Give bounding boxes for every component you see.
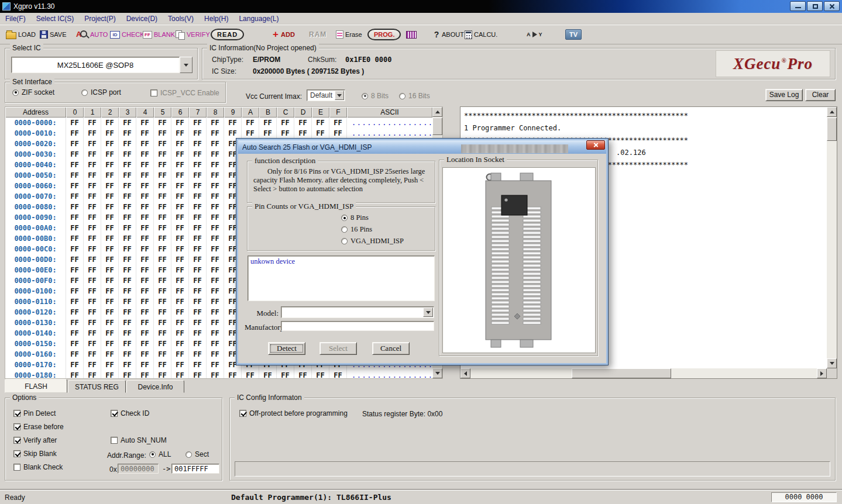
hex-byte-cell[interactable]: FF (101, 244, 119, 254)
hex-byte-cell[interactable]: FF (154, 307, 171, 317)
hex-byte-cell[interactable]: FF (66, 181, 84, 191)
hex-byte-cell[interactable]: FF (171, 296, 189, 307)
toolbar-chip-button[interactable] (406, 27, 417, 42)
hex-byte-cell[interactable]: FF (66, 233, 84, 244)
scroll-up-button[interactable] (827, 107, 837, 117)
hex-byte-cell[interactable]: FF (119, 265, 136, 275)
hex-byte-cell[interactable]: FF (119, 317, 136, 328)
hex-byte-cell[interactable]: FF (154, 233, 171, 244)
hex-byte-cell[interactable]: FF (207, 212, 224, 223)
hex-byte-cell[interactable]: FF (119, 181, 136, 191)
hex-byte-cell[interactable]: FF (84, 149, 101, 160)
hex-byte-cell[interactable]: FF (171, 202, 189, 212)
hex-byte-cell[interactable]: FF (189, 160, 207, 170)
cancel-button[interactable]: Cancel (372, 342, 410, 355)
hex-byte-cell[interactable]: FF (294, 128, 312, 139)
addr-to-field[interactable]: 001FFFFF (171, 464, 219, 474)
hex-byte-cell[interactable]: FF (66, 265, 84, 275)
hex-byte-cell[interactable]: FF (207, 191, 224, 202)
hex-byte-cell[interactable]: FF (66, 191, 84, 202)
hex-byte-cell[interactable]: FF (171, 160, 189, 170)
hex-byte-cell[interactable]: FF (84, 118, 101, 128)
hex-byte-cell[interactable]: FF (154, 128, 171, 139)
hex-byte-cell[interactable]: FF (119, 275, 136, 286)
vcc-dropdown-button[interactable] (335, 91, 344, 100)
scrollbar-thumb[interactable] (432, 118, 442, 135)
hex-byte-cell[interactable]: FF (189, 149, 207, 160)
hex-byte-cell[interactable]: FF (84, 296, 101, 307)
hex-byte-cell[interactable]: FF (66, 212, 84, 223)
hex-byte-cell[interactable]: FF (154, 191, 171, 202)
checkbox-check-id[interactable]: Check ID (111, 409, 149, 418)
hex-byte-cell[interactable]: FF (84, 191, 101, 202)
hex-byte-cell[interactable]: FF (119, 286, 136, 296)
toolbar-read-button[interactable]: READ (211, 27, 244, 42)
hex-byte-cell[interactable]: FF (66, 328, 84, 339)
hex-byte-cell[interactable]: FF (171, 328, 189, 339)
hex-byte-cell[interactable]: FF (154, 296, 171, 307)
maximize-button[interactable] (807, 1, 823, 11)
scrollbar-thumb[interactable] (572, 368, 671, 378)
toolbar-verify-button[interactable]: VERIFY (176, 27, 210, 42)
hex-byte-cell[interactable]: FF (171, 360, 189, 370)
hex-byte-cell[interactable]: FF (119, 160, 136, 170)
hex-byte-cell[interactable]: FF (66, 202, 84, 212)
hex-byte-cell[interactable]: FF (207, 328, 224, 339)
hex-byte-cell[interactable]: FF (189, 139, 207, 149)
hex-byte-cell[interactable]: FF (154, 118, 171, 128)
hex-byte-cell[interactable]: FF (101, 212, 119, 223)
checkbox-off-protect-before-programming[interactable]: Off-protect before programming (239, 409, 348, 418)
hex-byte-cell[interactable]: FF (207, 149, 224, 160)
hex-byte-cell[interactable]: FF (136, 191, 154, 202)
hex-byte-cell[interactable]: FF (101, 160, 119, 170)
hex-byte-cell[interactable]: FF (242, 370, 259, 378)
hex-byte-cell[interactable]: FF (66, 128, 84, 139)
scroll-up-button[interactable] (432, 107, 442, 117)
hex-byte-cell[interactable]: FF (66, 296, 84, 307)
hex-byte-cell[interactable]: FF (189, 275, 207, 286)
checkbox-blank-check[interactable]: Blank Check (13, 462, 64, 472)
toolbar-save-button[interactable]: SAVE (40, 27, 67, 42)
checkbox-pin-detect[interactable]: Pin Detect (13, 409, 64, 418)
hex-byte-cell[interactable]: FF (242, 118, 259, 128)
hex-byte-cell[interactable]: FF (171, 118, 189, 128)
hex-byte-cell[interactable]: FF (66, 349, 84, 360)
toolbar-logic-button[interactable]: AY (527, 27, 542, 42)
device-listbox[interactable]: unkown device (248, 256, 435, 301)
hex-byte-cell[interactable]: FF (224, 118, 242, 128)
hex-byte-cell[interactable]: FF (294, 370, 312, 378)
scrollbar-thumb[interactable] (827, 118, 837, 141)
hex-byte-cell[interactable]: FF (189, 191, 207, 202)
hex-byte-cell[interactable]: FF (136, 307, 154, 317)
hex-byte-cell[interactable]: FF (101, 170, 119, 181)
hex-byte-cell[interactable]: FF (84, 339, 101, 349)
hex-byte-cell[interactable]: FF (84, 286, 101, 296)
hex-byte-cell[interactable]: FF (224, 128, 242, 139)
hex-byte-cell[interactable]: FF (154, 349, 171, 360)
radio-zif-socket[interactable]: ZIF socket (12, 88, 54, 96)
hex-byte-cell[interactable]: FF (136, 160, 154, 170)
hex-byte-cell[interactable]: FF (171, 170, 189, 181)
hex-byte-cell[interactable]: FF (119, 307, 136, 317)
hex-byte-cell[interactable]: FF (101, 370, 119, 378)
hex-byte-cell[interactable]: FF (84, 181, 101, 191)
radio-8-pins[interactable]: 8 Pins (341, 213, 404, 222)
hex-byte-cell[interactable]: FF (171, 265, 189, 275)
model-combobox[interactable] (281, 306, 434, 318)
hex-byte-cell[interactable]: FF (171, 244, 189, 254)
hex-byte-cell[interactable]: FF (101, 265, 119, 275)
menu-item-select-ic-s[interactable]: Select IC(S) (31, 13, 80, 24)
hex-byte-cell[interactable]: FF (101, 328, 119, 339)
hex-byte-cell[interactable]: FF (66, 118, 84, 128)
hex-byte-cell[interactable]: FF (154, 223, 171, 233)
hex-byte-cell[interactable]: FF (154, 339, 171, 349)
hex-byte-cell[interactable]: FF (189, 223, 207, 233)
hex-byte-cell[interactable]: FF (66, 160, 84, 170)
hex-byte-cell[interactable]: FF (329, 128, 347, 139)
hex-byte-cell[interactable]: FF (84, 370, 101, 378)
hex-byte-cell[interactable]: FF (189, 307, 207, 317)
hex-byte-cell[interactable]: FF (189, 170, 207, 181)
hex-byte-cell[interactable]: FF (101, 254, 119, 265)
hex-byte-cell[interactable]: FF (66, 360, 84, 370)
hex-byte-cell[interactable]: FF (207, 360, 224, 370)
